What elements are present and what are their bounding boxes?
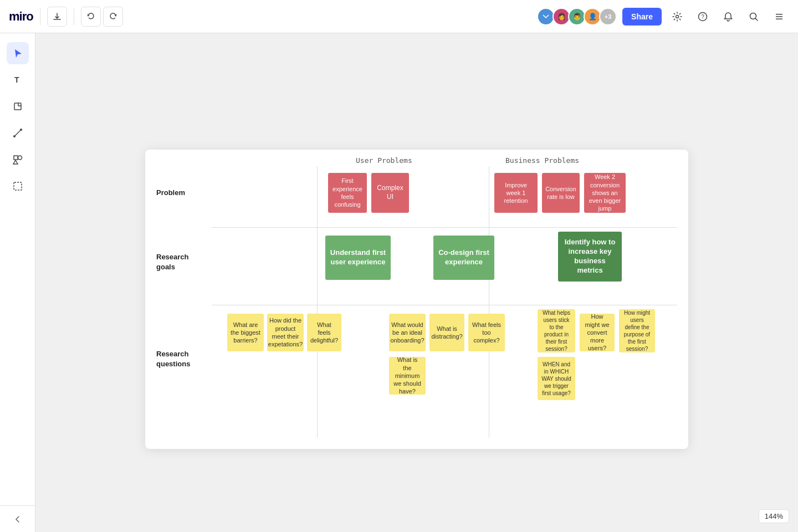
help-icon[interactable]: ?: [693, 7, 713, 27]
sticky-ideal-onboarding[interactable]: What would be an ideal onboarding?: [389, 314, 426, 351]
undo-button[interactable]: [81, 7, 101, 27]
right-divider: [489, 166, 489, 438]
sticky-week2-conversion[interactable]: Week 2 conversion shows an even bigger j…: [584, 173, 626, 213]
sticky-codesign[interactable]: Co-design first experience: [433, 236, 494, 280]
sticky-define-purpose[interactable]: How might users define the purpose of th…: [619, 309, 655, 352]
svg-rect-5: [776, 16, 782, 17]
topbar-right: 👩 👨 👤 +3 Share ?: [537, 7, 789, 27]
sticky-improve-week1[interactable]: Improve week 1 retention: [494, 173, 538, 213]
sticky-biggest-barriers[interactable]: What are the biggest barriers?: [227, 314, 264, 351]
svg-rect-4: [776, 14, 782, 15]
export-button[interactable]: [47, 7, 67, 27]
sticky-understand-first[interactable]: Understand first user experience: [325, 236, 391, 280]
redo-button[interactable]: [103, 7, 123, 27]
h-divider2: [212, 305, 677, 305]
col-header-business: Business Problems: [505, 156, 579, 165]
col-header-user: User Problems: [356, 156, 412, 165]
svg-point-10: [13, 135, 16, 137]
row-label-research-questions: Research questions: [156, 349, 190, 369]
sticky-conversion-rate[interactable]: Conversion rate is low: [542, 173, 580, 213]
h-divider1: [212, 227, 677, 228]
svg-line-9: [14, 130, 21, 136]
sticky-product-meet[interactable]: How did the product meet their expetatio…: [267, 314, 304, 351]
row-label-research-goals: Research goals: [156, 252, 189, 272]
svg-text:T: T: [14, 75, 19, 84]
left-divider: [317, 166, 318, 438]
avatars-group: 👩 👨 👤 +3: [537, 8, 617, 25]
frame-tool[interactable]: [7, 175, 29, 197]
shapes-tool[interactable]: [7, 149, 29, 171]
svg-point-13: [18, 156, 22, 160]
svg-rect-15: [14, 182, 22, 190]
sticky-helps-stick[interactable]: What helps users stick to the product in…: [538, 309, 575, 352]
menu-icon[interactable]: [769, 7, 789, 27]
search-icon[interactable]: [744, 7, 764, 27]
zoom-indicator: 144%: [759, 509, 789, 523]
sticky-convert-users[interactable]: How might we convert more users?: [580, 314, 615, 351]
svg-point-3: [750, 13, 756, 19]
avatar-count[interactable]: +3: [599, 8, 617, 25]
sticky-feels-complex[interactable]: What feels too complex?: [468, 314, 505, 351]
sticky-complex-ui[interactable]: Complex UI: [371, 173, 409, 213]
svg-text:?: ?: [701, 14, 704, 20]
svg-point-11: [20, 129, 22, 131]
canvas[interactable]: User Problems Business Problems Problem …: [35, 33, 798, 532]
miro-logo: miro: [9, 9, 33, 24]
collapse-sidebar-button[interactable]: [0, 505, 35, 532]
sticky-first-experience[interactable]: First experience feels confusing: [328, 173, 367, 213]
sticky-feels-delightful[interactable]: What feels delightful?: [307, 314, 341, 351]
undo-redo-group: [81, 7, 123, 27]
svg-rect-12: [14, 156, 18, 160]
cursor-tool[interactable]: [7, 42, 29, 64]
sticky-distracting[interactable]: What is distracting?: [429, 314, 464, 351]
sticky-when-which-way[interactable]: WHEN and in WHICH WAY should we trigger …: [538, 357, 575, 400]
svg-rect-6: [776, 18, 782, 19]
sticky-note-tool[interactable]: [7, 95, 29, 117]
topbar-left: miro: [9, 7, 123, 27]
svg-rect-8: [14, 103, 21, 110]
topbar: miro 👩 👨: [0, 0, 798, 33]
text-tool[interactable]: T: [7, 69, 29, 91]
share-button[interactable]: Share: [622, 8, 662, 25]
sidebar: T: [0, 33, 35, 532]
svg-point-0: [676, 15, 679, 18]
sticky-minimum[interactable]: What is the minimum we should have?: [389, 357, 426, 395]
row-label-problem: Problem: [156, 188, 185, 198]
line-tool[interactable]: [7, 122, 29, 144]
board: User Problems Business Problems Problem …: [145, 150, 688, 449]
topbar-divider: [40, 8, 40, 25]
notifications-icon[interactable]: [718, 7, 738, 27]
sticky-identify-business[interactable]: Identify how to increase key business me…: [558, 232, 622, 282]
svg-marker-14: [13, 160, 18, 164]
settings-icon[interactable]: [667, 7, 687, 27]
topbar-divider2: [74, 8, 74, 25]
